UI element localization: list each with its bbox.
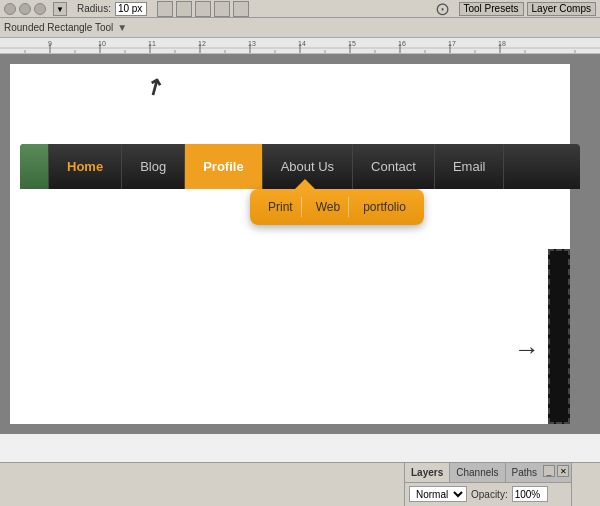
opacity-label: Opacity: (471, 489, 508, 500)
tool-options-arrow: ▼ (117, 22, 127, 33)
svg-text:17: 17 (448, 40, 456, 47)
toolbar-shape-btns (157, 1, 249, 17)
svg-text:14: 14 (298, 40, 306, 47)
ruler-svg: 9 10 11 12 13 14 15 16 17 18 (0, 38, 600, 54)
right-arrow-icon: → (514, 334, 540, 365)
layers-panel: _ ✕ Layers Channels Paths ▶ Normal Opaci… (404, 462, 572, 506)
nav-item-home[interactable]: Home (48, 144, 122, 189)
canvas-area: ↗ Home Blog Profile About Us Contact Ema… (0, 54, 600, 434)
shape-btn-3[interactable] (195, 1, 211, 17)
svg-text:9: 9 (48, 40, 52, 47)
toolbar-circle-2[interactable] (19, 3, 31, 15)
opacity-input[interactable] (512, 486, 548, 502)
radius-label: Radius: (77, 3, 111, 14)
tab-paths[interactable]: Paths (506, 463, 544, 482)
tool-options-bar: Rounded Rectangle Tool ▼ (0, 18, 600, 38)
tool-presets-btn[interactable]: Tool Presets (459, 2, 524, 16)
svg-text:15: 15 (348, 40, 356, 47)
toolbar-circle-1[interactable] (4, 3, 16, 15)
radius-input[interactable] (115, 2, 147, 16)
black-rect (548, 249, 570, 424)
nav-item-blog[interactable]: Blog (122, 144, 185, 189)
cursor-arrow-icon: ↗ (140, 71, 169, 103)
bottom-bar: _ ✕ Layers Channels Paths ▶ Normal Opaci… (0, 462, 600, 506)
dropdown-item-portfolio[interactable]: portfolio (355, 197, 414, 217)
nav-logo (20, 144, 48, 189)
svg-text:11: 11 (148, 40, 156, 47)
photoshop-icon: ⊙ (435, 0, 450, 20)
toolbar-right: ⊙ Tool Presets Layer Comps (435, 0, 597, 20)
shape-btn-5[interactable] (233, 1, 249, 17)
layers-controls: Normal Opacity: (405, 483, 571, 505)
toolbar-circle-3[interactable] (34, 3, 46, 15)
tab-layers[interactable]: Layers (405, 463, 450, 482)
svg-text:10: 10 (98, 40, 106, 47)
panel-close-btn[interactable]: ✕ (557, 465, 569, 477)
panel-controls: _ ✕ (543, 465, 569, 477)
tool-name-label: Rounded Rectangle Tool (4, 22, 113, 33)
nav-item-profile[interactable]: Profile (185, 144, 262, 189)
shape-btn-4[interactable] (214, 1, 230, 17)
layers-mode-select[interactable]: Normal (409, 486, 467, 502)
ruler: 9 10 11 12 13 14 15 16 17 18 (0, 38, 600, 54)
toolbar: ▼ Radius: ⊙ Tool Presets Layer Comps (0, 0, 600, 18)
nav-item-contact[interactable]: Contact (353, 144, 435, 189)
layer-comps-btn[interactable]: Layer Comps (527, 2, 596, 16)
nav-item-email[interactable]: Email (435, 144, 505, 189)
dropdown-item-print[interactable]: Print (260, 197, 302, 217)
shape-btn-2[interactable] (176, 1, 192, 17)
svg-text:16: 16 (398, 40, 406, 47)
panel-minimize-btn[interactable]: _ (543, 465, 555, 477)
toolbar-menu-btn[interactable]: ▼ (53, 2, 67, 16)
profile-dropdown: Print Web portfolio (250, 189, 424, 225)
svg-text:12: 12 (198, 40, 206, 47)
svg-text:13: 13 (248, 40, 256, 47)
shape-btn-1[interactable] (157, 1, 173, 17)
white-canvas: ↗ Home Blog Profile About Us Contact Ema… (10, 64, 570, 424)
svg-text:18: 18 (498, 40, 506, 47)
tab-channels[interactable]: Channels (450, 463, 505, 482)
dropdown-item-web[interactable]: Web (308, 197, 349, 217)
toolbar-icons: ▼ (4, 2, 67, 16)
